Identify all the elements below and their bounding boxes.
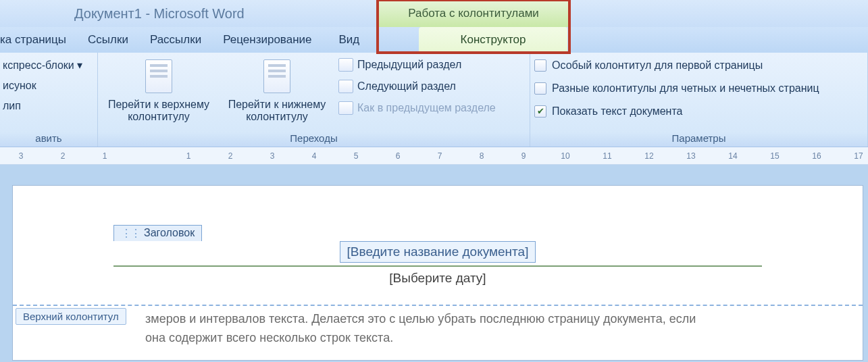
document-body-text: змеров и интервалов текста. Делается это… (145, 309, 836, 347)
body-line-1: змеров и интервалов текста. Делается это… (145, 312, 696, 326)
title-bar: Документ1 - Microsoft Word Работа с коло… (0, 0, 868, 27)
page[interactable]: ⋮⋮ Заголовок [Введите название документа… (12, 185, 863, 361)
horizontal-ruler[interactable]: 3211234567891011121314151617 (0, 147, 868, 165)
checkbox-icon (534, 59, 546, 72)
title-content-control[interactable]: [Введите название документа] (340, 241, 536, 263)
header-icon (145, 59, 172, 93)
next-section-icon (338, 80, 353, 93)
different-first-page-checkbox[interactable]: Особый колонтитул для первой страницы (534, 55, 827, 76)
group-insert: кспресс-блоки ▾ исунок лип авить (0, 53, 98, 147)
tab-page-layout[interactable]: ка страницы (0, 27, 77, 53)
ribbon-tabs: ка страницы Ссылки Рассылки Рецензирован… (0, 27, 868, 53)
go-to-footer-label: Перейти к нижнему колонтитулу (228, 99, 326, 123)
document-area: ⋮⋮ Заголовок [Введите название документа… (0, 165, 868, 362)
go-to-header-label: Перейти к верхнему колонтитулу (108, 99, 209, 123)
link-prev-icon (338, 101, 353, 115)
body-line-2: она содержит всего несколько строк текст… (145, 331, 393, 344)
tab-references[interactable]: Ссылки (77, 27, 139, 53)
tab-mailings[interactable]: Рассылки (139, 27, 212, 53)
checkbox-checked-icon: ✔ (534, 105, 546, 118)
group-navigation: Перейти к верхнему колонтитулу Перейти к… (98, 53, 530, 147)
window-title: Документ1 - Microsoft Word (74, 6, 245, 22)
clip-button[interactable]: лип (3, 96, 89, 116)
tab-view[interactable]: Вид (328, 27, 370, 53)
content-control-tab[interactable]: ⋮⋮ Заголовок (113, 225, 202, 241)
different-odd-even-label: Разные колонтитулы для четных и нечетных… (552, 78, 819, 99)
header-separator-line (113, 265, 762, 267)
tab-design[interactable]: Конструктор (419, 27, 567, 53)
group-options: Особый колонтитул для первой страницы Ра… (530, 53, 868, 147)
group-options-label: Параметры (530, 131, 867, 147)
context-tab-group: Работа с колонтитулами (379, 0, 568, 27)
picture-button[interactable]: исунок (3, 76, 89, 96)
different-odd-even-checkbox[interactable]: Разные колонтитулы для четных и нечетных… (534, 78, 827, 99)
previous-section-button[interactable]: Предыдущий раздел (338, 57, 496, 73)
content-control-tab-label: Заголовок (144, 227, 195, 240)
header-tag: Верхний колонтитул (16, 308, 126, 325)
group-navigation-label: Переходы (98, 131, 530, 147)
footer-icon (263, 59, 290, 93)
checkbox-icon (534, 82, 546, 95)
different-first-page-label: Особый колонтитул для первой страницы (552, 55, 763, 76)
link-to-previous-label: Как в предыдущем разделе (357, 100, 496, 116)
go-to-footer-button[interactable]: Перейти к нижнему колонтитулу (220, 55, 334, 123)
show-document-text-checkbox[interactable]: ✔ Показать текст документа (534, 101, 827, 122)
grip-icon: ⋮⋮ (121, 227, 140, 240)
express-blocks-button[interactable]: кспресс-блоки ▾ (3, 55, 89, 76)
group-insert-label: авить (0, 131, 97, 147)
show-document-text-label: Показать текст документа (552, 101, 682, 122)
next-section-button[interactable]: Следующий раздел (338, 78, 496, 95)
header-boundary (13, 305, 863, 306)
link-to-previous-button[interactable]: Как в предыдущем разделе (338, 100, 496, 116)
next-section-label: Следующий раздел (357, 78, 456, 95)
ribbon: кспресс-блоки ▾ исунок лип авить Перейти… (0, 53, 868, 147)
date-content-control[interactable]: [Выберите дату] (389, 271, 486, 286)
previous-section-label: Предыдущий раздел (357, 57, 461, 73)
tab-review[interactable]: Рецензирование (212, 27, 322, 53)
header-region[interactable]: ⋮⋮ Заголовок [Введите название документа… (13, 186, 863, 307)
go-to-header-button[interactable]: Перейти к верхнему колонтитулу (98, 55, 220, 123)
prev-section-icon (338, 58, 353, 72)
